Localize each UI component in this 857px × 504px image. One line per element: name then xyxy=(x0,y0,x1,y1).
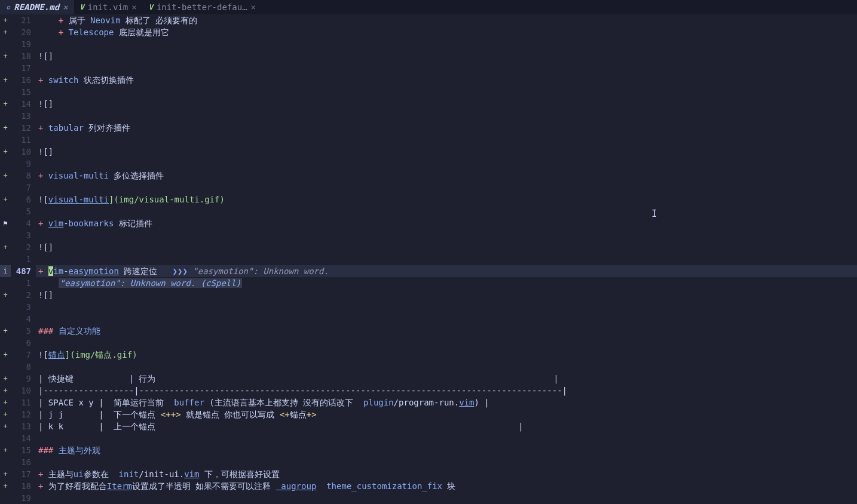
line-number: 6 xyxy=(11,193,31,205)
gutter-sign: + xyxy=(0,480,11,492)
line-number: 2 xyxy=(11,241,31,253)
text-cursor-icon: 𝙸 xyxy=(651,208,657,220)
line-number-column: 2120191817161514131211109876543214871234… xyxy=(11,14,36,504)
line-number: 11 xyxy=(11,397,31,408)
gutter-sign: + xyxy=(0,385,11,397)
close-icon[interactable]: × xyxy=(131,1,136,13)
code-line[interactable] xyxy=(36,337,857,349)
code-line[interactable] xyxy=(36,432,857,444)
code-line[interactable] xyxy=(36,301,857,313)
code-line[interactable] xyxy=(36,361,857,373)
line-number: 17 xyxy=(11,468,31,480)
code-line[interactable]: + tabular 列对齐插件 xyxy=(36,122,857,134)
code-line[interactable]: ### 主题与外观 xyxy=(36,444,857,456)
close-icon[interactable]: × xyxy=(63,1,68,13)
line-number: 3 xyxy=(11,301,31,313)
line-number: 19 xyxy=(11,492,31,504)
code-line[interactable] xyxy=(36,492,857,504)
code-line[interactable]: |------------------|--------------------… xyxy=(36,385,857,397)
line-number: 18 xyxy=(11,50,31,62)
gutter-sign: + xyxy=(0,74,11,86)
line-number: 5 xyxy=(11,205,31,217)
code-line[interactable]: "easymotion": Unknown word. (cSpell) xyxy=(36,277,857,289)
gutter-sign xyxy=(0,337,11,349)
line-number: 9 xyxy=(11,373,31,385)
gutter-sign xyxy=(0,313,11,325)
code-line[interactable] xyxy=(36,158,857,170)
line-number: 3 xyxy=(11,229,31,241)
code-line[interactable]: ![] xyxy=(36,241,857,253)
gutter-sign: + xyxy=(0,468,11,480)
code-line[interactable]: ### 自定义功能 xyxy=(36,325,857,337)
code-line[interactable]: + vim-bookmarks 标记插件 xyxy=(36,217,857,229)
code-line[interactable] xyxy=(36,134,857,146)
code-line[interactable]: ![] xyxy=(36,98,857,110)
line-number: 1 xyxy=(11,253,31,265)
code-line[interactable]: ![锚点](img/锚点.gif) xyxy=(36,349,857,361)
code-line[interactable]: | j j | 下一个锚点 <++> 就是锚点 你也可以写成 <+锚点+> xyxy=(36,408,857,420)
editor-area[interactable]: +++++++++⚑+i+++++++++++ 2120191817161514… xyxy=(0,14,857,504)
code-line[interactable] xyxy=(36,229,857,241)
gutter-sign xyxy=(0,38,11,50)
gutter-sign xyxy=(0,62,11,74)
code-line[interactable]: + 为了好看我配合Iterm设置成了半透明 如果不需要可以注释 augroup … xyxy=(36,480,857,492)
line-number: 16 xyxy=(11,456,31,468)
line-number: 18 xyxy=(11,480,31,492)
code-line[interactable] xyxy=(36,253,857,265)
vim-icon: V xyxy=(149,1,153,13)
line-number: 19 xyxy=(11,38,31,50)
line-number: 10 xyxy=(11,385,31,397)
line-number: 17 xyxy=(11,62,31,74)
tab-bar: ▫ README.md × V init.vim × V init-better… xyxy=(0,0,857,14)
gutter-sign: + xyxy=(0,170,11,182)
gutter-sign xyxy=(0,110,11,122)
line-number: 12 xyxy=(11,122,31,134)
code-line[interactable]: ![] xyxy=(36,50,857,62)
code-line[interactable]: ![visual-multi](img/visual-multi.gif) xyxy=(36,193,857,205)
code-line[interactable]: ![] xyxy=(36,146,857,158)
code-line[interactable]: + visual-multi 多位选择插件 xyxy=(36,170,857,182)
code-line[interactable]: + Telescope 底层就是用它 xyxy=(36,26,857,38)
gutter-sign xyxy=(0,456,11,468)
gutter-sign: + xyxy=(0,444,11,456)
gutter-sign: + xyxy=(0,349,11,361)
code-line[interactable]: | 快捷键 | 行为 | xyxy=(36,373,857,385)
tab-init-better-defaults[interactable]: V init-better-defau… × xyxy=(143,0,262,14)
close-icon[interactable]: × xyxy=(251,1,256,13)
code-line[interactable]: + 主题与ui参数在 init/init-ui.vim 下，可根据喜好设置 xyxy=(36,468,857,480)
line-number: 4 xyxy=(11,217,31,229)
code-content[interactable]: 𝙸 + 属于 Neovim 标配了 必须要有的 + Telescope 底层就是… xyxy=(36,14,857,504)
code-line[interactable] xyxy=(36,110,857,122)
code-line[interactable] xyxy=(36,205,857,217)
code-line[interactable] xyxy=(36,182,857,193)
code-line[interactable]: ![] xyxy=(36,289,857,301)
line-number: 6 xyxy=(11,337,31,349)
line-number: 8 xyxy=(11,170,31,182)
gutter-sign: + xyxy=(0,50,11,62)
gutter-sign: ⚑ xyxy=(0,217,11,229)
code-line[interactable]: + switch 状态切换插件 xyxy=(36,74,857,86)
code-line[interactable]: + vim-easymotion 跨速定位 ❯❯❯ "easymotion": … xyxy=(36,265,857,277)
gutter-sign xyxy=(0,158,11,170)
gutter-sign: i xyxy=(0,265,11,277)
gutter-sign: + xyxy=(0,289,11,301)
line-number: 15 xyxy=(11,86,31,98)
code-line[interactable]: | k k | 上一个锚点 | xyxy=(36,420,857,432)
tab-readme[interactable]: ▫ README.md × xyxy=(0,0,74,14)
gutter-sign xyxy=(0,205,11,217)
code-line[interactable]: + 属于 Neovim 标配了 必须要有的 xyxy=(36,14,857,26)
code-line[interactable] xyxy=(36,62,857,74)
code-line[interactable] xyxy=(36,456,857,468)
line-number: 14 xyxy=(11,98,31,110)
code-line[interactable]: | SPACE x y | 简单运行当前 buffer (主流语言基本上都支持 … xyxy=(36,397,857,408)
line-number: 13 xyxy=(11,420,31,432)
tab-init-vim[interactable]: V init.vim × xyxy=(74,0,143,14)
line-number: 14 xyxy=(11,432,31,444)
code-line[interactable] xyxy=(36,86,857,98)
code-line[interactable] xyxy=(36,38,857,50)
gutter-sign: + xyxy=(0,241,11,253)
gutter-sign xyxy=(0,182,11,193)
line-number: 20 xyxy=(11,26,31,38)
line-number: 2 xyxy=(11,289,31,301)
code-line[interactable] xyxy=(36,313,857,325)
